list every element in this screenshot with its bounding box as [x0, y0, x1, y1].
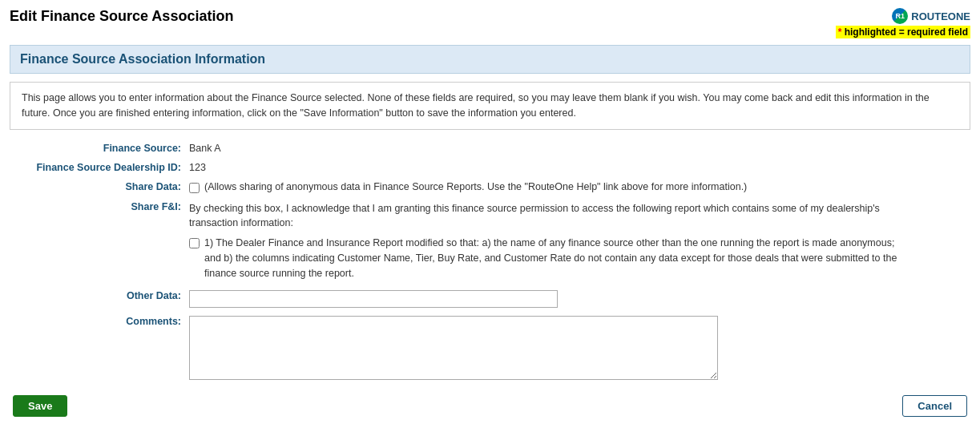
finance-source-dealership-id-row: Finance Source Dealership ID: 123 — [13, 160, 967, 173]
page-wrapper: Edit Finance Source Association R1 ROUTE… — [0, 0, 980, 424]
share-fni-value: By checking this box, I acknowledge that… — [189, 200, 967, 281]
comments-label: Comments: — [13, 314, 189, 327]
section-header: Finance Source Association Information — [10, 45, 970, 74]
required-field-note: * highlighted = required field — [836, 26, 970, 38]
comments-textarea[interactable] — [189, 316, 718, 380]
finance-source-row: Finance Source: Bank A — [13, 141, 967, 154]
other-data-label: Other Data: — [13, 289, 189, 301]
required-note-text: highlighted = required field — [845, 26, 968, 38]
other-data-input[interactable] — [189, 290, 558, 308]
routeone-logo-icon: R1 — [892, 8, 908, 24]
finance-source-value: Bank A — [189, 141, 967, 154]
section-title: Finance Source Association Information — [20, 52, 265, 66]
cancel-button[interactable]: Cancel — [902, 395, 967, 417]
share-data-label: Share Data: — [13, 180, 189, 192]
share-fni-checkbox[interactable] — [189, 238, 200, 248]
share-fni-text: 1) The Dealer Finance and Insurance Repo… — [204, 236, 901, 281]
finance-source-dealership-id-label: Finance Source Dealership ID: — [13, 160, 189, 173]
share-data-checkbox-row: (Allows sharing of anonymous data in Fin… — [189, 181, 967, 193]
button-bar: Save Cancel — [10, 395, 970, 417]
info-text: This page allows you to enter informatio… — [22, 92, 930, 119]
info-box: This page allows you to enter informatio… — [10, 82, 970, 130]
share-data-value: (Allows sharing of anonymous data in Fin… — [189, 180, 967, 193]
top-bar: Edit Finance Source Association R1 ROUTE… — [10, 8, 970, 38]
required-asterisk: * — [838, 26, 842, 38]
finance-source-label: Finance Source: — [13, 141, 189, 154]
logo-text: ROUTEONE — [911, 10, 970, 22]
form-area: Finance Source: Bank A Finance Source De… — [10, 141, 970, 383]
other-data-value — [189, 289, 967, 308]
save-button[interactable]: Save — [13, 395, 67, 417]
share-data-note: (Allows sharing of anonymous data in Fin… — [204, 181, 747, 192]
top-right: R1 ROUTEONE * highlighted = required fie… — [836, 8, 970, 38]
comments-value — [189, 314, 967, 382]
share-fni-acknowledge: By checking this box, I acknowledge that… — [189, 201, 886, 232]
share-fni-block: 1) The Dealer Finance and Insurance Repo… — [189, 236, 967, 281]
logo-area: R1 ROUTEONE — [892, 8, 970, 24]
page-title: Edit Finance Source Association — [10, 8, 233, 25]
share-fni-checkbox-row: 1) The Dealer Finance and Insurance Repo… — [189, 236, 967, 281]
comments-row: Comments: — [13, 314, 967, 382]
other-data-row: Other Data: — [13, 289, 967, 308]
share-fni-label: Share F&I: — [13, 200, 189, 212]
finance-source-dealership-id-value: 123 — [189, 160, 967, 173]
share-data-checkbox[interactable] — [189, 183, 200, 193]
share-fni-row: Share F&I: By checking this box, I ackno… — [13, 200, 967, 281]
share-data-row: Share Data: (Allows sharing of anonymous… — [13, 180, 967, 193]
